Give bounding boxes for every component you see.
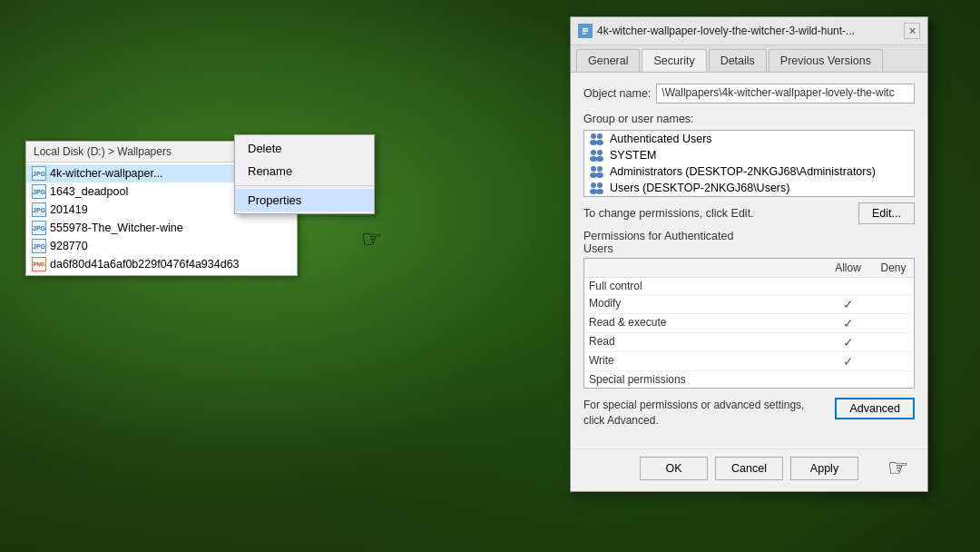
context-menu-delete[interactable]: Delete [235, 137, 374, 160]
svg-point-4 [591, 133, 596, 139]
perm-name-write: Write [584, 352, 823, 370]
file-name: 4k-witcher-wallpaper... [50, 167, 162, 180]
svg-point-19 [596, 189, 603, 194]
group-list[interactable]: Authenticated Users SYSTEM Admin [583, 130, 915, 197]
perm-row-write: Write ✓ [584, 352, 914, 371]
perm-name-modify: Modify [584, 295, 823, 313]
svg-point-10 [597, 150, 603, 155]
file-name: 928770 [50, 240, 88, 252]
svg-point-14 [597, 166, 603, 172]
perm-change-text: To change permissions, click Edit. [583, 207, 858, 220]
svg-rect-3 [583, 33, 586, 34]
file-item[interactable]: JPG928770 [26, 237, 297, 255]
perm-allow-read: ✓ [823, 333, 873, 351]
group-name-administrators: Administrators (DESKTOP-2NKGJ68\Administ… [610, 165, 876, 178]
svg-point-12 [591, 166, 596, 172]
jpg-icon: JPG [32, 184, 46, 199]
users-icon-2 [589, 149, 605, 162]
permissions-label-2: Users [583, 242, 613, 255]
perm-row-fullcontrol: Full control [584, 278, 914, 295]
perm-deny-fullcontrol [873, 278, 914, 294]
dialog-title-icon [578, 24, 593, 38]
group-name-system: SYSTEM [610, 149, 656, 162]
perm-row-readexecute: Read & execute ✓ [584, 314, 914, 333]
svg-point-5 [590, 140, 597, 145]
svg-point-13 [590, 172, 597, 178]
group-item-users[interactable]: Users (DESKTOP-2NKGJ68\Users) [584, 180, 914, 196]
edit-button[interactable]: Edit... [858, 202, 915, 224]
object-name-value: \Wallpapers\4k-witcher-wallpaper-lovely-… [656, 84, 915, 104]
svg-point-18 [597, 182, 603, 188]
dialog-title: 4k-witcher-wallpaper-lovely-the-witcher-… [597, 25, 855, 37]
dialog-footer: OK Cancel Apply [571, 448, 927, 491]
tab-general[interactable]: General [576, 49, 640, 72]
perm-name-readexecute: Read & execute [584, 314, 823, 332]
perm-allow-fullcontrol [823, 278, 873, 294]
jpg-icon: JPG [32, 239, 46, 253]
users-icon-4 [589, 182, 605, 194]
perm-deny-write [873, 352, 914, 370]
file-name: da6f80d41a6af0b229f0476f4a934d63 [50, 258, 240, 271]
perm-deny-read [873, 333, 914, 351]
perm-allow-special [823, 371, 873, 388]
perm-col-deny-header: Deny [873, 259, 914, 277]
object-name-row: Object name: \Wallpapers\4k-witcher-wall… [583, 84, 915, 104]
advanced-row: For special permissions or advanced sett… [583, 398, 915, 429]
tab-details[interactable]: Details [709, 49, 767, 72]
perm-allow-readexecute: ✓ [823, 314, 873, 332]
svg-rect-2 [583, 31, 588, 33]
permissions-label: Permissions for Authenticated [583, 230, 733, 242]
file-item[interactable]: PNGda6f80d41a6af0b229f0476f4a934d63 [26, 255, 297, 273]
ok-button[interactable]: OK [640, 457, 708, 480]
svg-point-17 [590, 189, 597, 194]
group-item-administrators[interactable]: Administrators (DESKTOP-2NKGJ68\Administ… [584, 163, 914, 180]
perm-row-read: Read ✓ [584, 333, 914, 352]
svg-point-16 [591, 182, 596, 188]
dialog-titlebar: 4k-witcher-wallpaper-lovely-the-witcher-… [571, 17, 927, 45]
users-icon-1 [589, 133, 605, 145]
context-menu-properties[interactable]: Properties [235, 189, 374, 212]
tab-previous-versions[interactable]: Previous Versions [769, 49, 883, 72]
cancel-button[interactable]: Cancel [715, 457, 783, 480]
context-menu-rename[interactable]: Rename [235, 160, 374, 182]
perm-name-read: Read [584, 333, 823, 351]
perm-allow-write: ✓ [823, 352, 873, 370]
properties-dialog: 4k-witcher-wallpaper-lovely-the-witcher-… [570, 16, 928, 492]
permissions-header: Permissions for Authenticated Users [583, 230, 915, 255]
perm-allow-modify: ✓ [823, 295, 873, 313]
group-section-label: Group or user names: [583, 113, 915, 125]
breadcrumb-text: Local Disk (D:) > Wallpapers [34, 145, 172, 158]
group-name-users: Users (DESKTOP-2NKGJ68\Users) [610, 182, 789, 194]
svg-point-11 [596, 156, 603, 162]
security-tab-body: Object name: \Wallpapers\4k-witcher-wall… [571, 73, 927, 448]
titlebar-left: 4k-witcher-wallpaper-lovely-the-witcher-… [578, 24, 855, 38]
perm-row-special: Special permissions [584, 371, 914, 388]
advanced-button[interactable]: Advanced [835, 398, 915, 419]
object-name-label: Object name: [583, 87, 651, 100]
perm-deny-readexecute [873, 314, 914, 332]
perm-row-modify: Modify ✓ [584, 295, 914, 314]
svg-point-7 [596, 140, 603, 145]
svg-rect-1 [583, 28, 588, 30]
file-item[interactable]: JPG555978-The_Witcher-wine [26, 219, 297, 237]
svg-point-8 [591, 150, 596, 155]
svg-point-9 [590, 156, 597, 162]
apply-button[interactable]: Apply [790, 457, 858, 480]
tab-security[interactable]: Security [642, 49, 706, 72]
file-name: 555978-The_Witcher-wine [50, 222, 183, 234]
cursor-hand-properties: ☞ [361, 225, 382, 253]
users-icon-3 [589, 165, 605, 178]
jpg-icon: JPG [32, 221, 46, 235]
context-menu-separator [235, 185, 374, 186]
group-item-authenticated[interactable]: Authenticated Users [584, 131, 914, 147]
perm-col-allow-header: Allow [823, 259, 873, 277]
group-item-system[interactable]: SYSTEM [584, 147, 914, 163]
perm-col-name-header [584, 259, 823, 277]
perm-table-header: Allow Deny [584, 259, 914, 278]
dialog-close-button[interactable]: ✕ [904, 23, 920, 39]
context-menu: Delete Rename Properties [234, 134, 375, 214]
perm-deny-modify [873, 295, 914, 313]
perm-name-fullcontrol: Full control [584, 278, 823, 294]
svg-point-6 [597, 133, 603, 139]
png-icon: PNG [32, 257, 46, 271]
